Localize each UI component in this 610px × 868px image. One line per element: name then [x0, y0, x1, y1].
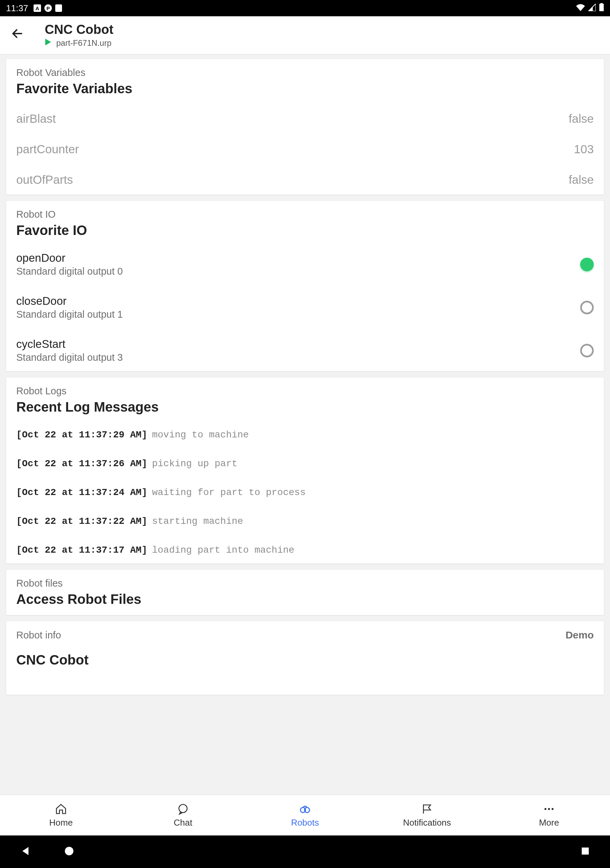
status-time: 11:37	[6, 3, 28, 14]
log-timestamp: [Oct 22 at 11:37:22 AM]	[16, 516, 147, 527]
status-circle-icon: P	[44, 5, 52, 12]
nav-chat-label: Chat	[174, 817, 192, 828]
svg-rect-10	[582, 848, 589, 855]
io-desc: Standard digital output 0	[16, 266, 123, 277]
variable-name: airBlast	[16, 112, 56, 126]
variable-value: 103	[574, 143, 594, 156]
log-row: [Oct 22 at 11:37:26 AM]picking up part	[16, 459, 594, 469]
nav-notifications-label: Notifications	[403, 817, 451, 828]
wifi-icon	[576, 3, 585, 14]
log-row: [Oct 22 at 11:37:22 AM]starting machine	[16, 516, 594, 527]
io-name: closeDoor	[16, 294, 123, 307]
variable-row[interactable]: airBlastfalse	[16, 112, 594, 126]
log-row: [Oct 22 at 11:37:29 AM]moving to machine	[16, 429, 594, 440]
logs-card[interactable]: Robot Logs Recent Log Messages [Oct 22 a…	[6, 377, 604, 564]
io-section-label: Robot IO	[16, 209, 594, 220]
battery-icon	[599, 3, 604, 14]
back-button[interactable]	[7, 27, 28, 43]
svg-point-6	[545, 808, 547, 810]
variable-row[interactable]: outOfPartsfalse	[16, 173, 594, 186]
svg-point-8	[552, 808, 554, 810]
sys-back-button[interactable]	[20, 846, 31, 857]
log-message: waiting for part to process	[152, 487, 306, 498]
signal-icon	[588, 3, 596, 14]
robots-icon	[299, 803, 311, 815]
sys-home-button[interactable]	[64, 846, 74, 857]
log-message: picking up part	[152, 459, 237, 469]
io-name: openDoor	[16, 251, 123, 265]
demo-tag: Demo	[566, 629, 594, 641]
svg-rect-1	[599, 4, 604, 11]
io-status-indicator	[580, 258, 594, 271]
io-row[interactable]: openDoorStandard digital output 0	[16, 251, 594, 277]
io-section-title: Favorite IO	[16, 223, 594, 238]
bottom-nav: Home Chat Robots Notifications More	[0, 795, 610, 835]
files-card[interactable]: Robot files Access Robot Files	[6, 570, 604, 615]
page-title: CNC Cobot	[45, 22, 113, 37]
variable-name: partCounter	[16, 143, 79, 156]
logs-section-title: Recent Log Messages	[16, 400, 594, 415]
system-nav-bar	[0, 835, 610, 868]
log-row: [Oct 22 at 11:37:24 AM]waiting for part …	[16, 487, 594, 498]
log-message: loading part into machine	[152, 545, 294, 555]
info-card[interactable]: Robot info Demo CNC Cobot	[6, 621, 604, 695]
log-timestamp: [Oct 22 at 11:37:26 AM]	[16, 459, 147, 469]
variables-section-label: Robot Variables	[16, 67, 594, 78]
variables-section-title: Favorite Variables	[16, 81, 594, 96]
variable-value: false	[569, 173, 594, 186]
log-message: moving to machine	[152, 429, 249, 440]
io-row[interactable]: closeDoorStandard digital output 1	[16, 294, 594, 320]
svg-point-9	[65, 846, 73, 855]
svg-point-3	[179, 804, 187, 813]
io-status-indicator	[580, 344, 594, 357]
status-icons-left: A P	[34, 5, 62, 12]
io-status-indicator	[580, 301, 594, 314]
io-name: cycleStart	[16, 338, 123, 350]
files-section-label: Robot files	[16, 578, 594, 589]
nav-more-label: More	[539, 817, 559, 828]
variables-card[interactable]: Robot Variables Favorite Variables airBl…	[6, 59, 604, 195]
log-row: [Oct 22 at 11:37:17 AM]loading part into…	[16, 545, 594, 555]
variable-value: false	[569, 112, 594, 126]
log-message: starting machine	[152, 516, 243, 527]
io-row[interactable]: cycleStartStandard digital output 3	[16, 338, 594, 363]
log-timestamp: [Oct 22 at 11:37:24 AM]	[16, 487, 147, 498]
status-card-icon	[55, 5, 62, 12]
svg-rect-0	[601, 3, 603, 4]
io-card[interactable]: Robot IO Favorite IO openDoorStandard di…	[6, 201, 604, 371]
nav-robots-label: Robots	[291, 817, 319, 828]
sys-recent-button[interactable]	[581, 846, 590, 857]
status-square-icon-a: A	[34, 5, 41, 12]
log-timestamp: [Oct 22 at 11:37:29 AM]	[16, 429, 147, 440]
log-timestamp: [Oct 22 at 11:37:17 AM]	[16, 545, 147, 555]
nav-home-label: Home	[49, 817, 73, 828]
content-scroll[interactable]: Robot Variables Favorite Variables airBl…	[0, 54, 610, 795]
io-desc: Standard digital output 1	[16, 309, 123, 320]
nav-robots[interactable]: Robots	[244, 795, 366, 835]
svg-point-7	[548, 808, 550, 810]
flag-icon	[421, 803, 433, 815]
logs-section-label: Robot Logs	[16, 386, 594, 397]
info-section-label: Robot info	[16, 629, 61, 641]
nav-notifications[interactable]: Notifications	[366, 795, 488, 835]
header-filename: part-F671N.urp	[56, 38, 111, 48]
nav-more[interactable]: More	[488, 795, 610, 835]
more-icon	[543, 803, 555, 815]
chat-icon	[177, 803, 189, 815]
nav-home[interactable]: Home	[0, 795, 122, 835]
files-section-title: Access Robot Files	[16, 592, 594, 607]
variable-row[interactable]: partCounter103	[16, 143, 594, 156]
nav-chat[interactable]: Chat	[122, 795, 244, 835]
info-robot-name: CNC Cobot	[16, 653, 594, 668]
io-desc: Standard digital output 3	[16, 352, 123, 363]
play-icon	[45, 39, 51, 48]
status-bar: 11:37 A P	[0, 0, 610, 16]
variable-name: outOfParts	[16, 173, 73, 186]
app-header: CNC Cobot part-F671N.urp	[0, 16, 610, 54]
home-icon	[55, 803, 67, 815]
